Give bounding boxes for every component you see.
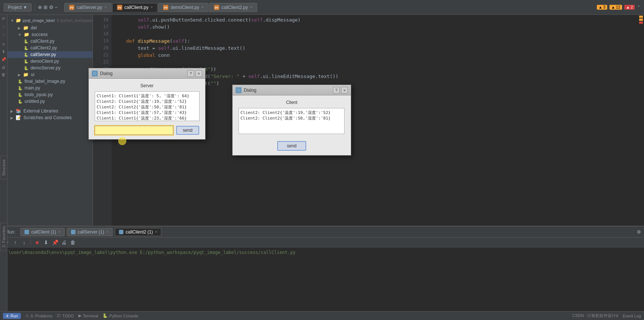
sidebar-item-callserver[interactable]: 🐍 callServer.py — [7, 51, 93, 58]
run-tab-close-1[interactable]: × — [58, 230, 61, 234]
configure-icon[interactable]: ⊕ — [38, 4, 42, 10]
layout-icon[interactable]: ⊞ — [43, 4, 48, 10]
run-tab-icon-3 — [119, 230, 123, 234]
warning-badge[interactable]: ▲ 3 — [597, 5, 607, 10]
tab-callClient[interactable]: py callClient.py × — [112, 3, 158, 12]
client-send-btn[interactable]: send — [277, 141, 306, 151]
minimize-icon[interactable]: − — [55, 4, 58, 10]
status-csdn[interactable]: CSDN · 计算机软件设计d — [572, 313, 618, 319]
left-icon-4[interactable]: ≡ — [2, 42, 4, 46]
run-toolbar: ⟳ ↑ ↓ ■ ⬇ 📌 🖨 🗑 — [0, 238, 644, 248]
client-dialog-title: Dialog — [244, 88, 331, 93]
sidebar-item-main[interactable]: 🐍 main.py — [7, 85, 93, 91]
tab-callClient2[interactable]: py callClient2.py × — [209, 3, 257, 12]
sidebar-item-ui[interactable]: ▶ 📁 ui — [7, 71, 93, 78]
py-icon-democlient: py — [163, 5, 168, 10]
sidebar-item-external[interactable]: ▶ 📚 External Libraries — [7, 108, 93, 114]
client-dialog-help-btn[interactable]: ? — [333, 87, 340, 94]
sidebar-item-callclient[interactable]: 🐍 callClient.py — [7, 38, 93, 45]
left-icon-2[interactable]: ↑ — [3, 24, 5, 29]
server-messages-textarea[interactable]: Client1: Client1{'温度': 5, '湿度': 64} Clie… — [95, 91, 200, 121]
run-up-btn[interactable]: ↑ — [11, 238, 19, 246]
status-python-console[interactable]: 🐍 Python Console — [103, 313, 138, 318]
run-print-btn[interactable]: 🖨 — [60, 238, 68, 246]
run-tab-close-3[interactable]: × — [155, 230, 157, 234]
run-tab-callclient2[interactable]: callClient2 (1) × — [115, 228, 161, 236]
warning-badge2[interactable]: ▲ 12 — [609, 5, 622, 10]
sidebar-item-del[interactable]: ▶ 📁 del — [7, 25, 93, 31]
tab-close-callclient[interactable]: × — [151, 5, 153, 9]
tab-demoClient[interactable]: py demoClient.py × — [158, 3, 208, 12]
sidebar-item-final[interactable]: 🐍 final_label_image.py — [7, 78, 93, 85]
left-icon-5[interactable]: ⬇ — [2, 49, 5, 54]
sidebar-item-tools[interactable]: 🐍 tools_pyuic.py — [7, 91, 93, 98]
error-badge[interactable]: ▲ 2 — [624, 5, 635, 10]
code-line-19: def dispMessage(self): — [114, 37, 641, 45]
code-line-16: self.ui.pushButtonSend.clicked.connect(s… — [114, 16, 641, 23]
code-line-17: self.show() — [114, 23, 641, 30]
status-terminal[interactable]: ▶ Terminal — [78, 313, 98, 318]
expand-icon[interactable]: ⌃ — [637, 5, 640, 10]
run-tab-callclient1[interactable]: callClient (1) × — [20, 228, 65, 236]
run-panel: Run: callClient (1) × callServer (1) × c… — [0, 226, 644, 311]
client-dialog-controls: ? × — [333, 87, 348, 94]
settings-icon[interactable]: ⚙ — [49, 4, 54, 10]
gutter-warning-1 — [639, 16, 643, 18]
run-tab-icon-2 — [71, 230, 75, 234]
server-dialog-controls: ? × — [187, 70, 202, 77]
server-dialog: □ Dialog ? × Server Client1: Client1{'温度… — [88, 68, 206, 140]
run-status-badge[interactable]: 4: Run — [3, 313, 21, 319]
code-line-20: text = self.ui.lineEditMessage.text() — [114, 45, 641, 52]
run-tab-close-2[interactable]: × — [106, 230, 109, 234]
python-console-icon: 🐍 — [103, 313, 108, 318]
tab-close-callclient2[interactable]: × — [250, 5, 252, 9]
client-dialog-content: Client Client2: Client2{'温度':19,'湿度':'52… — [233, 95, 351, 155]
sidebar-item-untitled[interactable]: 🐍 untitled.py — [7, 98, 93, 105]
tab-close-democlient[interactable]: × — [201, 5, 204, 9]
client-dialog-titlebar[interactable]: □ Dialog ? × — [233, 85, 351, 95]
run-stop-btn[interactable]: ■ — [33, 238, 41, 246]
tab-callServer[interactable]: py callServer.py × — [64, 3, 111, 12]
run-scroll-btn[interactable]: ⬇ — [42, 238, 50, 246]
status-problems[interactable]: ⚠ 6: Problems — [25, 313, 52, 318]
run-command-line: D:\user\Anaconda3\envs\pyqt_image_label\… — [3, 249, 641, 256]
status-run[interactable]: 4: Run — [3, 313, 21, 319]
sidebar-item-success[interactable]: ▼ 📁 success — [7, 31, 93, 38]
sidebar-item-scratches[interactable]: ▶ 📝 Scratches and Consoles — [7, 114, 93, 121]
server-send-btn[interactable]: send — [176, 126, 199, 135]
run-panel-settings[interactable]: ⚙ — [637, 229, 641, 235]
sidebar-item-democlient[interactable]: 🐍 demoClient.py — [7, 58, 93, 65]
server-message-area: Client1: Client1{'温度': 5, '湿度': 64} Clie… — [95, 91, 199, 122]
run-tab-bar: Run: callClient (1) × callServer (1) × c… — [0, 226, 644, 238]
left-icon-pin[interactable]: 📌 — [1, 57, 6, 62]
client-messages-textarea[interactable]: Client2: Client2{'温度':19,'湿度':'52} Clien… — [239, 108, 344, 134]
project-btn[interactable]: Project ▼ — [4, 3, 32, 12]
client-dialog-label: Client — [239, 100, 345, 105]
server-dialog-close-btn[interactable]: × — [195, 70, 202, 77]
tab-close-callserver[interactable]: × — [104, 5, 107, 9]
server-dialog-help-btn[interactable]: ? — [187, 70, 194, 77]
sidebar-item-callclient2[interactable]: 🐍 callClient2.py — [7, 45, 93, 51]
py-icon-callserver: py — [69, 5, 74, 10]
run-trash-btn[interactable]: 🗑 — [69, 238, 77, 246]
status-event-log[interactable]: Event Log — [622, 314, 641, 318]
server-dialog-icon: □ — [92, 71, 98, 76]
todo-icon: ☑ — [57, 313, 61, 318]
run-down-btn[interactable]: ↓ — [20, 238, 28, 246]
run-pin-btn[interactable]: 📌 — [51, 238, 59, 246]
server-dialog-title: Dialog — [100, 71, 185, 76]
server-message-input[interactable] — [95, 126, 173, 135]
client-dialog-icon: □ — [236, 87, 242, 93]
client-dialog-close-btn[interactable]: × — [341, 87, 348, 94]
run-tab-callserver1[interactable]: callServer (1) × — [67, 228, 113, 236]
run-output: D:\user\Anaconda3\envs\pyqt_image_label\… — [0, 248, 644, 311]
sidebar-project-header[interactable]: ▼ 📁 pyqt_image_label E:\python_workspace… — [7, 16, 93, 25]
left-icon-1[interactable]: ⟳ — [2, 16, 5, 21]
left-icon-3[interactable]: ↓ — [3, 32, 5, 36]
left-icon-print[interactable]: 🖨 — [1, 65, 6, 69]
status-bar: 4: Run ⚠ 6: Problems ☑ TODO ▶ Terminal 🐍… — [0, 311, 644, 320]
status-todo[interactable]: ☑ TODO — [57, 313, 74, 318]
left-icon-trash[interactable]: 🗑 — [1, 72, 6, 77]
sidebar-item-demoserver[interactable]: 🐍 demoServer.py — [7, 65, 93, 71]
server-dialog-titlebar[interactable]: □ Dialog ? × — [89, 68, 205, 79]
